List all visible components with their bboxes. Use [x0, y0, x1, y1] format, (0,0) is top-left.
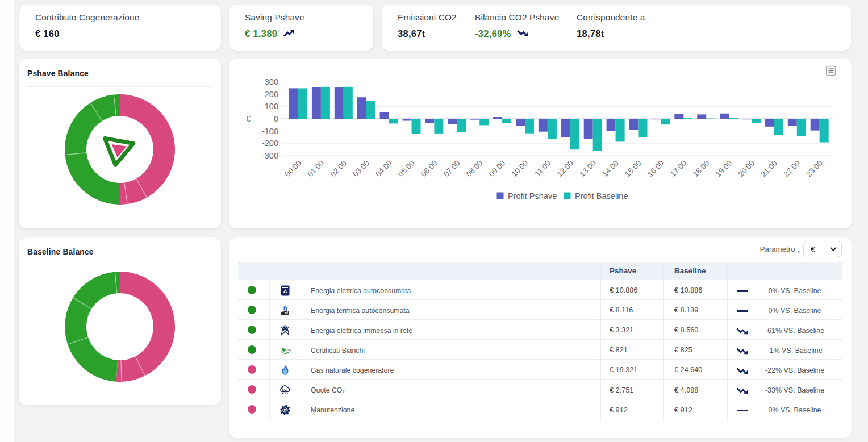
svg-text:23:00: 23:00	[804, 159, 824, 179]
svg-text:21:00: 21:00	[760, 159, 779, 179]
svg-text:07:00: 07:00	[442, 159, 462, 179]
svg-text:15:00: 15:00	[623, 159, 643, 179]
svg-text:22:00: 22:00	[782, 159, 802, 179]
svg-text:11:00: 11:00	[533, 159, 552, 178]
svg-text:CO₂: CO₂	[282, 388, 289, 391]
svg-text:09:00: 09:00	[487, 159, 507, 179]
svg-text:01:00: 01:00	[306, 159, 326, 179]
svg-text:00:00: 00:00	[283, 159, 303, 179]
svg-text:10:00: 10:00	[510, 159, 530, 179]
svg-text:06:00: 06:00	[419, 159, 439, 179]
svg-text:04:00: 04:00	[374, 159, 394, 179]
svg-text:-200: -200	[262, 139, 278, 148]
svg-text:200: 200	[265, 90, 278, 99]
svg-text:16:00: 16:00	[646, 159, 666, 179]
svg-text:02:00: 02:00	[328, 159, 348, 179]
svg-text:GSE: GSE	[285, 348, 291, 351]
svg-text:18:00: 18:00	[691, 159, 711, 179]
svg-text:19:00: 19:00	[714, 159, 734, 179]
svg-text:17:00: 17:00	[669, 159, 688, 179]
svg-text:0: 0	[274, 114, 278, 123]
svg-text:13:00: 13:00	[578, 159, 598, 179]
svg-text:03:00: 03:00	[351, 159, 371, 179]
svg-text:300: 300	[265, 77, 278, 86]
svg-text:20:00: 20:00	[737, 159, 757, 179]
svg-text:08:00: 08:00	[465, 159, 485, 179]
svg-text:-300: -300	[262, 151, 278, 160]
svg-text:12:00: 12:00	[555, 159, 575, 179]
svg-text:14:00: 14:00	[600, 159, 620, 179]
svg-text:100: 100	[265, 102, 278, 111]
svg-text:Profit Baseline: Profit Baseline	[575, 191, 628, 201]
svg-text:€: €	[246, 114, 251, 123]
svg-text:05:00: 05:00	[397, 159, 416, 179]
svg-text:Profit Pshave: Profit Pshave	[508, 191, 557, 201]
svg-text:-100: -100	[262, 127, 278, 136]
